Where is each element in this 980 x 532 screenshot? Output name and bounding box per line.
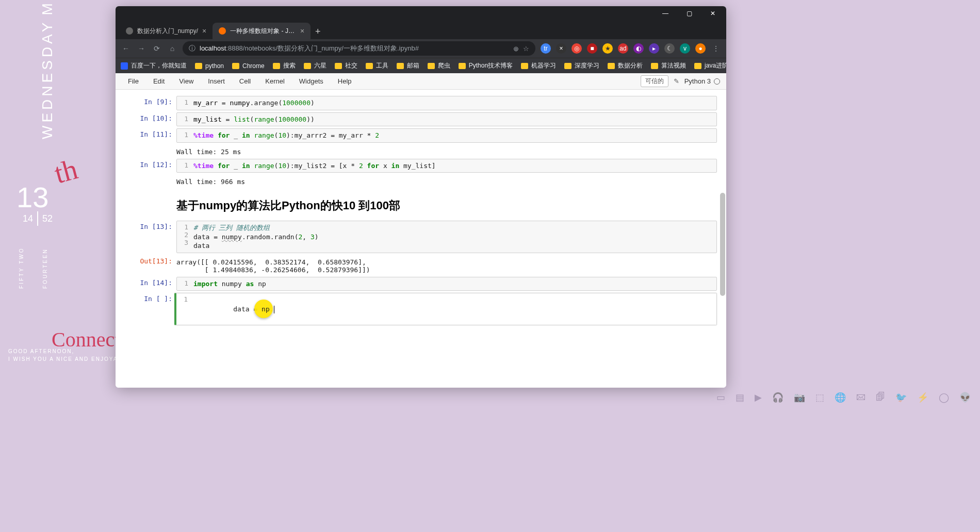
extension-icon[interactable]: tr — [541, 43, 551, 54]
site-info-icon[interactable]: ⓘ — [189, 44, 195, 53]
hour-word: FOURTEEN — [42, 248, 48, 289]
menu-file[interactable]: File — [122, 75, 145, 87]
window-close-button[interactable]: ✕ — [701, 6, 724, 21]
menu-kernel[interactable]: Kernel — [259, 75, 291, 87]
bookmark-folder[interactable]: 六星 — [304, 61, 326, 70]
code-cell[interactable]: In [12]: 1 %time for _ in range(10):my_l… — [125, 159, 717, 173]
extension-icon[interactable]: ad — [618, 43, 628, 54]
nav-forward-button[interactable]: → — [136, 43, 146, 54]
menu-cell[interactable]: Cell — [233, 75, 257, 87]
bookmark-folder[interactable]: 社交 — [335, 61, 357, 70]
bookmark-folder[interactable]: 深度学习 — [564, 61, 599, 70]
url-host: localhost — [200, 44, 226, 52]
tray-headphones-icon[interactable]: 🎧 — [772, 392, 783, 403]
tray-notes-icon[interactable]: ▤ — [736, 392, 744, 403]
tray-globe-icon[interactable]: 🌐 — [835, 392, 846, 403]
bookmark-star-icon[interactable]: ☆ — [523, 45, 529, 53]
code-cell[interactable]: In [11]: 1 %time for _ in range(10):my_a… — [125, 128, 717, 143]
code-line[interactable]: %time for _ in range(10):my_list2 = [x *… — [193, 161, 436, 171]
code-line[interactable]: import numpy as np — [193, 279, 266, 289]
bookmark-folder[interactable]: 算法视频 — [651, 61, 686, 70]
bookmark-label: python — [205, 62, 224, 70]
extension-icon[interactable]: ☾ — [664, 43, 675, 54]
bookmark-folder[interactable]: 机器学习 — [521, 61, 556, 70]
tray-camera-icon[interactable]: 📷 — [794, 392, 805, 403]
browser-tab[interactable]: 数据分析入门_numpy/ × — [120, 23, 213, 39]
window-minimize-button[interactable]: — — [654, 6, 677, 21]
output-cell: Wall time: 25 ms — [125, 145, 717, 157]
nav-reload-button[interactable]: ⟳ — [152, 43, 162, 54]
minute-word: FIFTY TWO — [19, 247, 24, 289]
tray-bolt-icon[interactable]: ⚡ — [917, 392, 928, 403]
code-cell-active[interactable]: In [ ]: 1 data = np. — [125, 293, 717, 325]
bookmark-folder[interactable]: 爬虫 — [428, 61, 450, 70]
stdout-text: Wall time: 25 ms — [176, 145, 717, 157]
menu-help[interactable]: Help — [332, 75, 358, 87]
markdown-cell[interactable]: 基于numpy的算法比Python的快10 到100部 — [125, 189, 717, 219]
scrollbar-thumb[interactable] — [720, 193, 725, 296]
browser-menu-icon[interactable]: ⋮ — [711, 43, 721, 54]
bookmark-folder[interactable]: 邮箱 — [397, 61, 419, 70]
edit-icon[interactable]: ✎ — [674, 77, 679, 85]
code-cell[interactable]: In [9]: 1 my_arr = numpy.arange(1000000) — [125, 96, 717, 110]
extension-icon[interactable]: ■ — [587, 43, 597, 54]
menu-view[interactable]: View — [173, 75, 200, 87]
bookmark-folder[interactable]: java进阶 — [694, 61, 726, 70]
bookmark-folder[interactable]: Chrome — [232, 62, 265, 70]
bookmark-folder[interactable]: 搜索 — [273, 61, 296, 70]
bookmark-label: Chrome — [242, 62, 265, 70]
code-line[interactable]: my_list = list(range(1000000)) — [193, 115, 315, 124]
extension-icon[interactable]: ★ — [602, 43, 613, 54]
code-line[interactable]: my_arr = numpy.arange(1000000) — [193, 98, 315, 108]
tray-mail-icon[interactable]: 🖂 — [856, 392, 865, 403]
tab-close-icon[interactable]: × — [202, 27, 206, 35]
address-bar[interactable]: ⓘ localhost:8888/notebooks/数据分析入门_numpy/… — [183, 41, 535, 56]
tray-monitor-icon[interactable]: ▭ — [716, 392, 725, 403]
extension-icon[interactable]: ◐ — [633, 43, 644, 54]
folder-icon — [195, 63, 202, 69]
bookmark-label: 六星 — [314, 61, 326, 70]
bookmark-folder[interactable]: 数据分析 — [608, 61, 643, 70]
tray-twitter-icon[interactable]: 🐦 — [895, 392, 907, 403]
bookmark-folder[interactable]: Python技术博客 — [459, 61, 513, 70]
output-prompt: Out[13]: — [125, 255, 176, 275]
menu-edit[interactable]: Edit — [147, 75, 171, 87]
extension-icon[interactable]: ▸ — [649, 43, 659, 54]
output-cell: Out[13]: array([[ 0.02415596, 0.38352174… — [125, 255, 717, 275]
kernel-indicator[interactable]: Python 3 — [684, 77, 720, 85]
bookmark-folder[interactable]: python — [195, 62, 224, 70]
trusted-indicator[interactable]: 可信的 — [641, 75, 668, 87]
tab-title: 数据分析入门_numpy/ — [137, 27, 198, 36]
extension-icon[interactable]: v — [680, 43, 690, 54]
menu-widgets[interactable]: Widgets — [293, 75, 330, 87]
notebook-scroll-area[interactable]: In [9]: 1 my_arr = numpy.arange(1000000)… — [116, 90, 726, 388]
tray-circle-icon[interactable]: ◯ — [939, 392, 949, 403]
code-line[interactable]: %time for _ in range(10):my_arrr2 = my_a… — [193, 131, 379, 140]
line-number: 1 — [180, 98, 193, 108]
extension-icon[interactable]: ◎ — [571, 43, 582, 54]
zoom-icon[interactable]: ⊕ — [513, 45, 519, 53]
tray-reddit-icon[interactable]: 👽 — [959, 392, 971, 403]
window-maximize-button[interactable]: ▢ — [678, 6, 700, 21]
code-block[interactable]: # 两行 三列 随机的数组 data = numpy.random.randn(… — [193, 223, 319, 251]
extension-icon[interactable]: × — [556, 43, 566, 54]
code-cell[interactable]: In [10]: 1 my_list = list(range(1000000)… — [125, 112, 717, 127]
nav-back-button[interactable]: ← — [121, 43, 131, 54]
tray-clipboard-icon[interactable]: 🗐 — [876, 392, 885, 403]
tray-play-icon[interactable]: ▶ — [755, 392, 762, 403]
profile-avatar-icon[interactable]: ● — [695, 43, 706, 54]
bookmark-folder[interactable]: 工具 — [366, 61, 388, 70]
input-prompt: In [9]: — [125, 96, 176, 110]
browser-tab-active[interactable]: 一种多维数组对象 - Jupyter Not... × — [213, 23, 311, 39]
nav-home-button[interactable]: ⌂ — [167, 43, 177, 54]
weekday-label: WEDNESDAY — [39, 20, 56, 139]
tab-close-icon[interactable]: × — [300, 27, 304, 35]
bookmark-item[interactable]: 百度一下，你就知道 — [121, 61, 187, 70]
code-line-editing[interactable]: data = np. — [193, 295, 274, 323]
tray-frame-icon[interactable]: ⬚ — [815, 392, 824, 403]
code-cell[interactable]: In [13]: 123 # 两行 三列 随机的数组 data = numpy.… — [125, 221, 717, 253]
menu-insert[interactable]: Insert — [202, 75, 231, 87]
browser-toolbar: ← → ⟳ ⌂ ⓘ localhost:8888/notebooks/数据分析入… — [116, 39, 726, 58]
code-cell[interactable]: In [14]: 1 import numpy as np — [125, 277, 717, 291]
new-tab-button[interactable]: + — [311, 26, 325, 39]
